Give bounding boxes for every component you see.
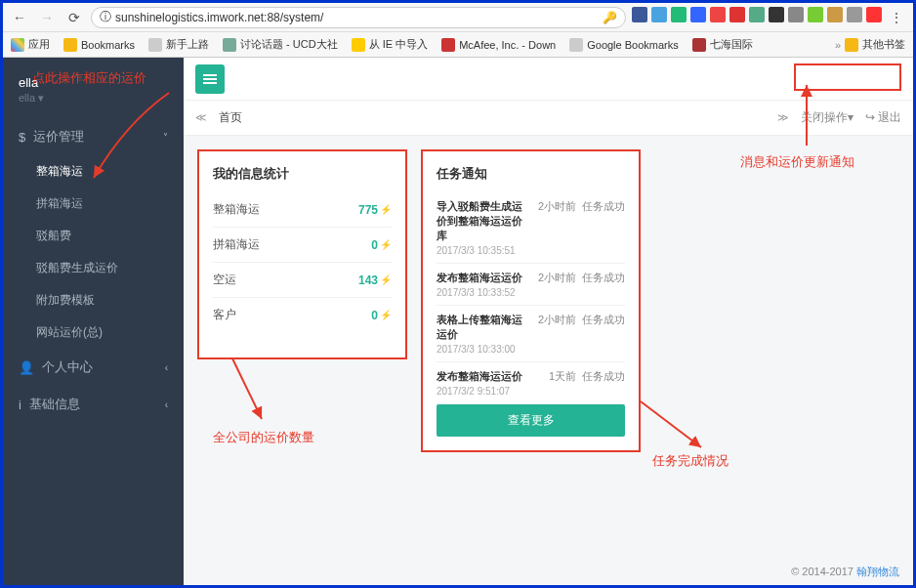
- task-date: 2017/3/2 9:51:07: [437, 386, 625, 397]
- bookmark-item[interactable]: 七海国际: [692, 37, 753, 52]
- extensions-area: ⋮: [632, 7, 907, 28]
- ext-icon[interactable]: [847, 7, 862, 22]
- stat-row: 客户0⚡: [213, 298, 392, 332]
- chevron-down-icon: ˅: [163, 132, 168, 143]
- back-button[interactable]: ←: [9, 7, 30, 28]
- task-date: 2017/3/3 10:33:52: [437, 287, 625, 298]
- user-dropdown[interactable]: ella ▾: [19, 92, 168, 105]
- task-time: 2小时前: [538, 271, 576, 285]
- task-item: 发布整箱海运运价1天前任务成功2017/3/2 9:51:07: [437, 362, 625, 404]
- task-item: 发布整箱海运运价2小时前任务成功2017/3/3 10:33:52: [437, 264, 625, 306]
- tasks-title: 任务通知: [437, 165, 625, 183]
- logout-link[interactable]: ↪ 退出: [865, 109, 901, 126]
- stat-label: 空运: [213, 272, 236, 288]
- info-icon: i: [19, 398, 21, 412]
- ext-icon[interactable]: [788, 7, 804, 22]
- bookmark-icon: [569, 38, 583, 52]
- arrow-2: [223, 351, 281, 429]
- ext-icon[interactable]: [632, 7, 647, 22]
- ext-icon[interactable]: [710, 7, 726, 22]
- sidebar: ella ella ▾ $ 运价管理 ˅ 整箱海运拼箱海运驳船费驳船费生成运价附…: [3, 58, 184, 585]
- sidebar-item[interactable]: 附加费模板: [3, 284, 184, 316]
- bookmark-icon: [148, 38, 162, 52]
- annotation-box-notifications: [794, 63, 901, 91]
- apps-shortcut[interactable]: 应用: [11, 37, 50, 52]
- ext-icon[interactable]: [866, 7, 882, 22]
- task-status: 任务成功: [582, 199, 625, 243]
- sidebar-section-label: 基础信息: [29, 396, 80, 413]
- footer-link[interactable]: 翰翔物流: [856, 566, 899, 577]
- bookmark-icon: [692, 38, 706, 52]
- tab-home[interactable]: 首页: [219, 109, 242, 126]
- sidebar-section-personal[interactable]: 👤 个人中心 ‹: [3, 349, 184, 386]
- stat-value: 0⚡: [371, 238, 392, 252]
- ext-icon[interactable]: [729, 7, 745, 22]
- task-date: 2017/3/3 10:33:00: [437, 344, 625, 355]
- stats-title: 我的信息统计: [213, 165, 392, 183]
- user-name: ella: [19, 75, 168, 90]
- stats-panel: 我的信息统计 整箱海运775⚡拼箱海运0⚡空运143⚡客户0⚡: [197, 149, 407, 359]
- sidebar-item[interactable]: 驳船费生成运价: [3, 252, 184, 284]
- close-ops-dropdown[interactable]: 关闭操作▾: [801, 109, 854, 126]
- stat-label: 整箱海运: [213, 201, 260, 218]
- key-icon[interactable]: 🔑: [603, 11, 617, 24]
- stat-row: 拼箱海运0⚡: [213, 228, 392, 263]
- bookmark-item[interactable]: 讨论话题 - UCD大社: [223, 37, 338, 52]
- bookmark-icon: [63, 38, 77, 52]
- address-bar[interactable]: ⓘ sunshinelogistics.imwork.net:88/system…: [91, 7, 626, 28]
- annotation-text-3: 任务完成情况: [652, 452, 729, 470]
- panels-area: 我的信息统计 整箱海运775⚡拼箱海运0⚡空运143⚡客户0⚡ 任务通知 导入驳…: [184, 136, 913, 585]
- sidebar-section-label: 个人中心: [42, 358, 93, 376]
- ext-icon[interactable]: [671, 7, 687, 22]
- task-date: 2017/3/3 10:35:51: [437, 245, 625, 256]
- bookmark-item[interactable]: 新手上路: [148, 37, 209, 52]
- folder-icon: [845, 38, 858, 52]
- task-title: 发布整箱海运运价: [437, 271, 532, 285]
- chevron-left-icon: ‹: [165, 399, 168, 410]
- task-time: 2小时前: [538, 199, 576, 243]
- ext-icon[interactable]: [651, 7, 667, 22]
- task-time: 1天前: [549, 369, 576, 384]
- task-status: 任务成功: [582, 313, 625, 342]
- bookmark-item[interactable]: 从 IE 中导入: [352, 37, 429, 52]
- bookmark-item[interactable]: Bookmarks: [63, 37, 135, 52]
- annotation-text-2: 全公司的运价数量: [213, 429, 314, 446]
- tab-bar: ≪ 首页 ≫ 关闭操作▾ ↪ 退出: [184, 101, 913, 136]
- task-title: 导入驳船费生成运价到整箱海运运价库: [437, 199, 532, 243]
- annotation-text-4: 消息和运价更新通知: [740, 153, 854, 171]
- bookmark-icon: [223, 38, 236, 52]
- stat-label: 客户: [213, 307, 236, 323]
- reload-button[interactable]: ⟳: [63, 7, 85, 28]
- task-title: 发布整箱海运运价: [437, 369, 543, 384]
- arrow-3: [633, 394, 721, 462]
- chevron-left-icon: ‹: [165, 362, 168, 373]
- bookmarks-bar: 应用 Bookmarks新手上路讨论话题 - UCD大社从 IE 中导入McAf…: [3, 32, 913, 58]
- sidebar-item[interactable]: 驳船费: [3, 220, 184, 252]
- stat-row: 空运143⚡: [213, 263, 392, 298]
- ext-icon[interactable]: [769, 7, 784, 22]
- ext-icon[interactable]: [808, 7, 823, 22]
- other-bookmarks[interactable]: » 其他书签: [835, 37, 905, 52]
- sidebar-item[interactable]: 整箱海运: [3, 155, 184, 188]
- browser-menu-icon[interactable]: ⋮: [886, 7, 907, 28]
- tab-scroll-right[interactable]: ≫: [777, 111, 789, 124]
- stat-value: 143⚡: [358, 273, 392, 287]
- sidebar-section-basic[interactable]: i 基础信息 ‹: [3, 386, 184, 423]
- sidebar-submenu-price: 整箱海运拼箱海运驳船费驳船费生成运价附加费模板网站运价(总): [3, 155, 184, 349]
- sidebar-item[interactable]: 拼箱海运: [3, 188, 184, 220]
- ext-icon[interactable]: [749, 7, 765, 22]
- user-icon: 👤: [19, 360, 34, 375]
- ext-icon[interactable]: [690, 7, 706, 22]
- sidebar-section-price[interactable]: $ 运价管理 ˅: [3, 118, 184, 155]
- bookmark-icon: [441, 38, 455, 52]
- view-more-button[interactable]: 查看更多: [437, 404, 625, 437]
- tab-scroll-left[interactable]: ≪: [195, 111, 207, 124]
- bookmark-item[interactable]: Google Bookmarks: [569, 37, 679, 52]
- sidebar-item[interactable]: 网站运价(总): [3, 316, 184, 349]
- task-status: 任务成功: [582, 369, 625, 384]
- forward-button[interactable]: →: [36, 7, 58, 28]
- bookmark-item[interactable]: McAfee, Inc. - Down: [441, 37, 556, 52]
- ext-icon[interactable]: [827, 7, 843, 22]
- bookmark-list: Bookmarks新手上路讨论话题 - UCD大社从 IE 中导入McAfee,…: [63, 37, 753, 52]
- menu-toggle-button[interactable]: [195, 64, 225, 94]
